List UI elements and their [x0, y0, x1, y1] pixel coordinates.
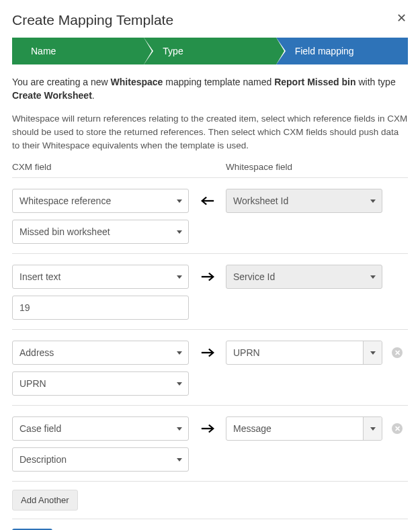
- cxm-value-select[interactable]: UPRN: [12, 371, 189, 396]
- select-value: Missed bin worksheet: [19, 226, 110, 237]
- chevron-down-icon[interactable]: [363, 265, 382, 288]
- mapping-row: Case fieldMessage✕Description: [12, 406, 408, 482]
- chevron-down-icon[interactable]: [169, 417, 188, 440]
- cxm-value-input[interactable]: 19: [12, 296, 189, 320]
- step-type[interactable]: Type: [144, 38, 276, 64]
- remove-row-icon[interactable]: ✕: [392, 423, 403, 434]
- modal-title: Create Mapping Template: [12, 12, 173, 28]
- arrow-right-icon: [189, 348, 226, 357]
- whitespace-field-select[interactable]: Service Id: [226, 265, 382, 289]
- cxm-type-select[interactable]: Insert text: [12, 265, 189, 289]
- intro-text: You are creating a new Whitespace mappin…: [12, 75, 408, 103]
- remove-row-icon[interactable]: ✕: [392, 347, 403, 358]
- whitespace-field-select[interactable]: Worksheet Id: [226, 189, 382, 213]
- chevron-down-icon[interactable]: [169, 265, 188, 288]
- chevron-down-icon[interactable]: [169, 220, 188, 243]
- close-icon[interactable]: ✕: [395, 12, 408, 24]
- cxm-type-select[interactable]: Address: [12, 341, 189, 365]
- chevron-down-icon[interactable]: [169, 189, 188, 212]
- select-value: Insert text: [19, 271, 60, 282]
- cxm-type-select[interactable]: Whitespace reference: [12, 189, 189, 213]
- arrow-left-icon: [189, 196, 226, 206]
- step-label: Type: [163, 46, 183, 56]
- step-field-mapping[interactable]: Field mapping: [276, 38, 408, 64]
- arrow-right-icon: [189, 424, 226, 433]
- select-value: UPRN: [233, 347, 260, 358]
- select-value: UPRN: [19, 378, 46, 389]
- chevron-down-icon[interactable]: [363, 189, 382, 212]
- column-header-whitespace: Whitespace field: [226, 162, 408, 172]
- step-label: Field mapping: [295, 46, 354, 56]
- mapping-row: Insert textService Id19: [12, 254, 408, 330]
- cxm-type-select[interactable]: Case field: [12, 416, 189, 441]
- select-value: Worksheet Id: [233, 195, 288, 206]
- arrow-right-icon: [189, 272, 226, 281]
- chevron-down-icon[interactable]: [169, 341, 188, 364]
- step-label: Name: [31, 46, 56, 56]
- mapping-row: Whitespace referenceWorksheet IdMissed b…: [12, 178, 408, 254]
- add-another-button[interactable]: Add Another: [12, 490, 78, 511]
- select-value: Message: [233, 423, 271, 434]
- mapping-row: AddressUPRN✕UPRN: [12, 330, 408, 406]
- step-name[interactable]: Name: [12, 38, 144, 64]
- whitespace-field-select[interactable]: UPRN: [226, 341, 382, 365]
- column-header-cxm: CXM field: [12, 162, 189, 172]
- description-text: Whitespace will return references relati…: [12, 112, 408, 153]
- input-value: 19: [19, 302, 30, 313]
- wizard-steps: Name Type Field mapping: [12, 38, 408, 64]
- select-value: Description: [19, 454, 67, 465]
- chevron-down-icon[interactable]: [363, 341, 382, 364]
- select-value: Service Id: [233, 271, 275, 282]
- select-value: Address: [19, 347, 54, 358]
- select-value: Case field: [19, 423, 61, 434]
- select-value: Whitespace reference: [19, 195, 111, 206]
- chevron-down-icon[interactable]: [169, 372, 188, 395]
- cxm-value-select[interactable]: Description: [12, 447, 189, 472]
- cxm-value-select[interactable]: Missed bin worksheet: [12, 220, 189, 244]
- whitespace-field-select[interactable]: Message: [226, 416, 382, 441]
- chevron-down-icon[interactable]: [363, 417, 382, 440]
- chevron-down-icon[interactable]: [169, 448, 188, 471]
